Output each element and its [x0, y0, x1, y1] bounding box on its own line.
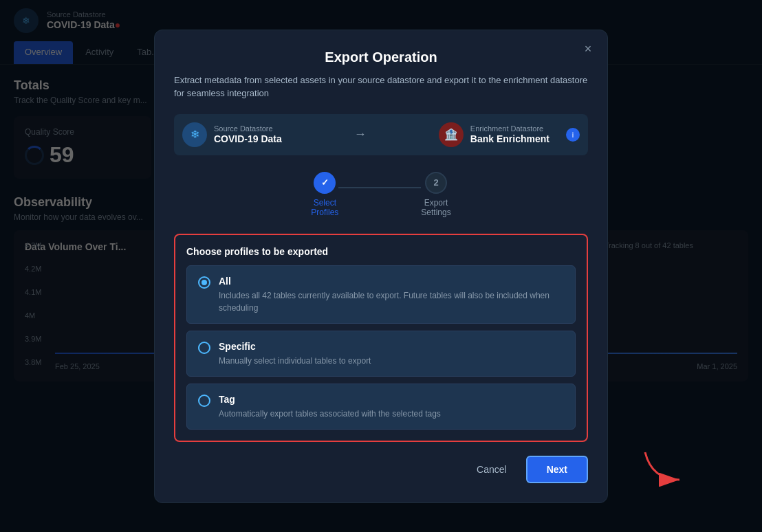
modal-description: Extract metadata from selected assets in…	[174, 74, 588, 100]
info-icon[interactable]: i	[566, 128, 580, 142]
datastore-flow: ❄ Source Datastore COVID-19 Data → 🏦 Enr…	[174, 114, 588, 155]
source-ds-label: Source Datastore	[214, 124, 282, 133]
source-datastore-item: ❄ Source Datastore COVID-19 Data	[182, 122, 282, 147]
option-all-desc: Includes all 42 tables currently availab…	[219, 291, 549, 313]
radio-specific[interactable]	[198, 342, 210, 354]
next-button[interactable]: Next	[526, 456, 588, 483]
option-specific-label: Specific	[219, 341, 371, 352]
profile-section-title: Choose profiles to be exported	[186, 246, 576, 257]
source-ds-name: COVID-19 Data	[214, 133, 282, 144]
step-1-circle: ✓	[314, 172, 336, 194]
option-tag-label: Tag	[219, 394, 441, 405]
step-line	[338, 187, 421, 188]
option-specific-desc: Manually select individual tables to exp…	[219, 356, 371, 366]
option-tag-desc: Automatically export tables associated w…	[219, 409, 441, 419]
step-1: ✓ SelectProfiles	[311, 172, 338, 217]
enrichment-ds-icon: 🏦	[439, 122, 464, 147]
option-all-label: All	[219, 276, 564, 287]
option-all-text: All Includes all 42 tables currently ava…	[219, 276, 564, 313]
option-tag[interactable]: Tag Automatically export tables associat…	[186, 384, 576, 430]
arrow-svg	[638, 445, 693, 487]
stepper: ✓ SelectProfiles 2 ExportSettings	[174, 172, 588, 217]
enrichment-ds-name: Bank Enrichment	[470, 133, 549, 144]
profile-section: Choose profiles to be exported All Inclu…	[174, 234, 588, 442]
modal-footer: Cancel Next	[174, 456, 588, 483]
source-ds-icon: ❄	[182, 122, 207, 147]
close-button[interactable]: ×	[580, 41, 596, 58]
step-2-circle: 2	[425, 172, 447, 194]
radio-tag[interactable]	[198, 395, 210, 407]
modal-overlay: × Export Operation Extract metadata from…	[0, 0, 762, 532]
radio-all[interactable]	[198, 276, 210, 289]
option-all[interactable]: All Includes all 42 tables currently ava…	[186, 265, 576, 324]
step-1-label: SelectProfiles	[311, 198, 338, 217]
enrichment-datastore-item: 🏦 Enrichment Datastore Bank Enrichment	[439, 122, 549, 147]
flow-arrow: →	[293, 127, 428, 142]
option-tag-text: Tag Automatically export tables associat…	[219, 394, 441, 419]
option-specific-text: Specific Manually select individual tabl…	[219, 341, 371, 366]
enrichment-ds-label: Enrichment Datastore	[470, 124, 549, 133]
source-ds-info: Source Datastore COVID-19 Data	[214, 124, 282, 145]
export-modal: × Export Operation Extract metadata from…	[154, 30, 608, 503]
modal-title: Export Operation	[174, 49, 588, 65]
enrichment-ds-info: Enrichment Datastore Bank Enrichment	[470, 124, 549, 145]
step-2: 2 ExportSettings	[421, 172, 450, 217]
step-2-label: ExportSettings	[421, 198, 450, 217]
arrow-indicator	[638, 445, 693, 489]
option-specific[interactable]: Specific Manually select individual tabl…	[186, 331, 576, 377]
cancel-button[interactable]: Cancel	[466, 458, 518, 480]
